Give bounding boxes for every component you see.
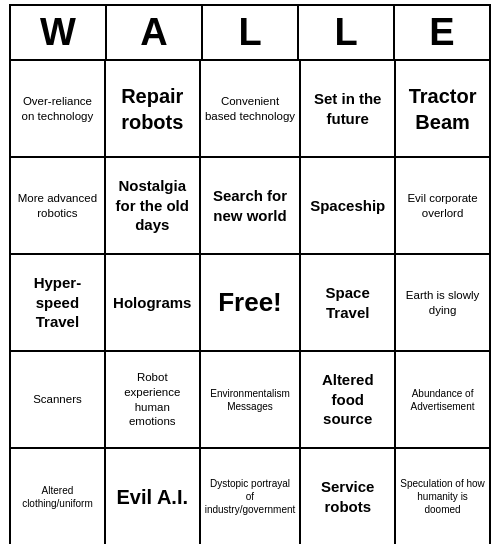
cell-r0-c1: Repair robots xyxy=(106,61,201,158)
cell-r4-c1: Evil A.I. xyxy=(106,449,201,544)
bingo-grid: Over-reliance on technologyRepair robots… xyxy=(9,61,491,544)
cell-r3-c0: Scanners xyxy=(11,352,106,449)
cell-r1-c3: Spaceship xyxy=(301,158,396,255)
cell-r2-c4: Earth is slowly dying xyxy=(396,255,491,352)
cell-r1-c2: Search for new world xyxy=(201,158,302,255)
title-cell-e: E xyxy=(395,6,491,61)
cell-r1-c1: Nostalgia for the old days xyxy=(106,158,201,255)
cell-r0-c4: Tractor Beam xyxy=(396,61,491,158)
cell-r1-c0: More advanced robotics xyxy=(11,158,106,255)
cell-r4-c3: Service robots xyxy=(301,449,396,544)
cell-r2-c1: Holograms xyxy=(106,255,201,352)
title-cell-a: A xyxy=(107,6,203,61)
cell-r4-c2: Dystopic portrayal of industry/governmen… xyxy=(201,449,302,544)
cell-r4-c0: Altered clothing/uniform xyxy=(11,449,106,544)
cell-r1-c4: Evil corporate overlord xyxy=(396,158,491,255)
cell-r0-c2: Convenient based technology xyxy=(201,61,302,158)
bingo-card: W A L L E Over-reliance on technologyRep… xyxy=(5,0,495,544)
cell-r0-c0: Over-reliance on technology xyxy=(11,61,106,158)
cell-r3-c4: Abundance of Advertisement xyxy=(396,352,491,449)
title-row: W A L L E xyxy=(9,4,491,61)
cell-r2-c3: Space Travel xyxy=(301,255,396,352)
cell-r0-c3: Set in the future xyxy=(301,61,396,158)
cell-r2-c2: Free! xyxy=(201,255,302,352)
title-cell-w: W xyxy=(11,6,107,61)
title-cell-l1: L xyxy=(203,6,299,61)
cell-r4-c4: Speculation of how humanity is doomed xyxy=(396,449,491,544)
cell-r3-c1: Robot experience human emotions xyxy=(106,352,201,449)
title-cell-l2: L xyxy=(299,6,395,61)
cell-r3-c2: Environmentalism Messages xyxy=(201,352,302,449)
cell-r2-c0: Hyper-speed Travel xyxy=(11,255,106,352)
cell-r3-c3: Altered food source xyxy=(301,352,396,449)
